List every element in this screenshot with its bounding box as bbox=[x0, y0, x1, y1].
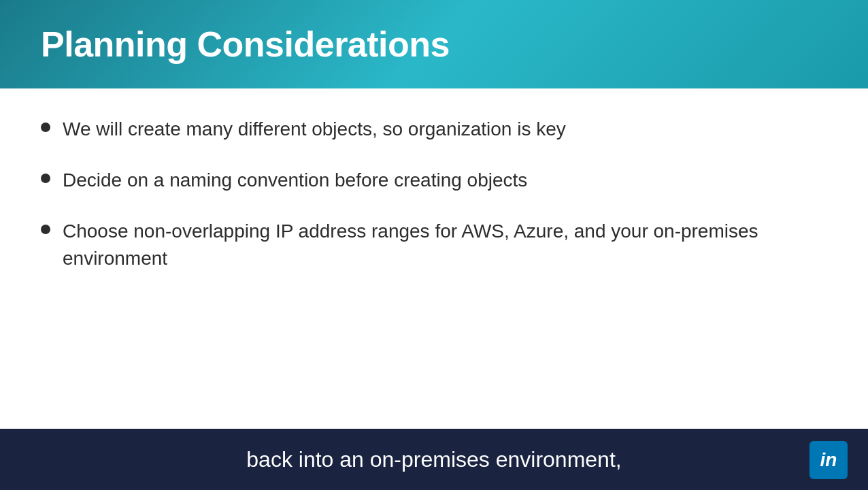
bullet-item-1: We will create many different objects, s… bbox=[41, 116, 827, 142]
slide-title: Planning Considerations bbox=[41, 24, 450, 65]
caption-text: back into an on-premises environment, bbox=[246, 447, 621, 472]
linkedin-logo-text: in bbox=[820, 449, 837, 471]
slide-footer: back into an on-premises environment, in bbox=[0, 429, 868, 490]
slide-header: Planning Considerations bbox=[0, 0, 868, 88]
bullet-dot-2 bbox=[41, 174, 50, 183]
linkedin-logo-box: in bbox=[809, 441, 848, 479]
slide-content: We will create many different objects, s… bbox=[0, 88, 868, 429]
bullet-item-2: Decide on a naming convention before cre… bbox=[41, 167, 827, 193]
bullet-text-3: Choose non-overlapping IP address ranges… bbox=[63, 218, 827, 271]
bullet-dot-1 bbox=[41, 122, 50, 132]
linkedin-logo: in bbox=[809, 441, 848, 479]
bullet-text-2: Decide on a naming convention before cre… bbox=[63, 167, 827, 193]
bullet-item-3: Choose non-overlapping IP address ranges… bbox=[41, 218, 827, 271]
bullet-text-1: We will create many different objects, s… bbox=[63, 116, 827, 142]
bullet-dot-3 bbox=[41, 225, 50, 234]
bullet-list: We will create many different objects, s… bbox=[41, 116, 827, 296]
slide-container: Planning Considerations We will create m… bbox=[0, 0, 868, 490]
